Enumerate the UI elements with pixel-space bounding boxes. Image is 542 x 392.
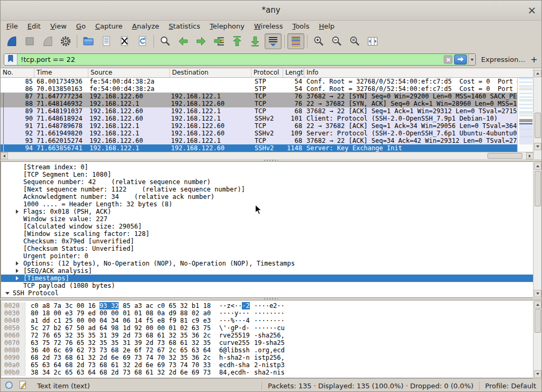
packet-row-86[interactable]: 8670.013850163fe:54:00:d4:38:2aSTP54Conf… [1,85,517,93]
hex-row-0040[interactable]: 0040a1 dd c1 25 00 00 04 3406 14 f5 e8 f… [1,317,534,324]
scroll-down-button[interactable] [534,290,541,297]
go-to-first-packet-button[interactable] [229,33,246,49]
display-filter-field[interactable]: !tcp.port == 22 [4,53,476,66]
detail-line[interactable]: TCP payload (1080 bytes) [1,282,534,289]
add-filter-button[interactable]: + [529,54,539,64]
detail-line[interactable]: Urgent pointer: 0 [1,252,534,260]
column-header-no[interactable]: No. [1,68,34,77]
menu-telephony[interactable]: Telephony [205,22,249,30]
detail-line[interactable]: [Stream index: 0] [1,163,534,171]
menu-edit[interactable]: Edit [23,22,46,30]
hex-row-0030[interactable]: 003080 18 00 e3 79 ed 00 0001 01 08 0a d… [1,309,534,317]
collapsed-arrow-icon[interactable] [16,261,21,266]
detail-line[interactable]: [Timestamps] [1,275,534,282]
save-capture-file-button[interactable] [98,33,115,49]
collapsed-arrow-icon[interactable] [16,269,21,273]
profile-status[interactable]: Profile: Default [485,382,536,390]
scrollbar-thumb[interactable] [535,113,541,138]
display-filter-input[interactable]: !tcp.port == 22 [17,56,444,63]
packet-row-91[interactable]: 9171.648789678192.168.122.1192.168.122.6… [1,122,517,130]
capture-options-button[interactable] [57,33,74,49]
scroll-up-button[interactable] [534,162,541,170]
packet-list-vscrollbar[interactable] [533,68,541,159]
scroll-up-button[interactable] [534,70,541,77]
scroll-right-button[interactable] [526,152,534,159]
open-capture-file-button[interactable] [80,33,97,49]
detail-line[interactable]: 1000 .... = Header Length: 32 bytes (8) [1,200,534,208]
hscrollbar-thumb[interactable] [487,153,522,159]
packet-row-90[interactable]: 9071.648618924192.168.122.60192.168.122.… [1,115,517,122]
packet-row-87[interactable]: 8771.647777234192.168.122.60192.168.122.… [1,93,517,100]
detail-line[interactable]: [SEQ/ACK analysis] [1,267,534,275]
zoom-out-button[interactable] [328,33,345,49]
menu-view[interactable]: View [46,22,71,30]
column-header-protocol[interactable]: Protocol [251,68,283,77]
expert-info-button[interactable] [5,381,13,391]
hex-row-0080[interactable]: 008036 40 6c 69 62 73 73 682e 6f 72 67 2… [1,347,534,354]
title-bar[interactable]: *any × [1,1,541,21]
menu-analyze[interactable]: Analyze [128,22,164,30]
find-packet-button[interactable] [157,33,174,49]
filter-apply-button[interactable] [454,54,467,65]
menu-file[interactable]: File [2,22,23,30]
packet-list-hscrollbar[interactable] [1,152,534,159]
scrollbar-thumb[interactable] [535,171,541,206]
hex-row-00a0[interactable]: 00a065 63 64 68 2d 73 68 6132 2d 6e 69 7… [1,361,534,369]
packet-bytes-pane[interactable]: 0020c0 a8 7a 3c 00 16 93 3285 a3 ac c0 6… [1,300,542,378]
colorize-toggle-button[interactable] [287,33,304,49]
packet-row-93[interactable]: 9371.662015274192.168.122.60192.168.122.… [1,137,517,144]
menu-help[interactable]: Help [314,22,339,30]
hex-row-0050[interactable]: 00505c 27 b2 67 50 ad 64 981d 92 00 00 0… [1,324,534,332]
scrollbar-thumb[interactable] [535,309,541,333]
expanded-arrow-icon[interactable] [5,292,10,297]
go-to-last-packet-button[interactable] [247,33,264,49]
go-forward-button[interactable] [193,33,210,49]
hex-row-0060[interactable]: 006072 76 65 32 35 35 31 392d 73 68 61 3… [1,332,534,339]
detail-line[interactable]: Sequence number: 42 (relative sequence n… [1,178,534,186]
detail-line[interactable]: Window size value: 227 [1,215,534,223]
hex-row-0090[interactable]: 009068 2d 73 68 61 32 2d 6e69 73 74 70 3… [1,354,534,361]
scroll-left-button[interactable] [1,152,8,159]
menu-capture[interactable]: Capture [91,22,128,30]
hex-row-0070[interactable]: 007063 75 72 76 65 32 35 3531 39 2d 73 6… [1,339,534,347]
menu-statistics[interactable]: Statistics [164,22,205,30]
details-vscrollbar[interactable] [533,162,541,298]
filter-clear-button[interactable] [444,55,453,64]
intelligent-scrollbar-minimap[interactable] [517,78,534,152]
go-back-button[interactable] [175,33,192,49]
reload-capture-file-button[interactable] [134,33,151,49]
detail-line[interactable]: Checksum: 0x79ed [unverified] [1,238,534,245]
detail-line[interactable]: [Checksum Status: Unverified] [1,245,534,252]
auto-scroll-toggle-button[interactable] [265,33,282,49]
column-header-source[interactable]: Source [88,68,170,77]
packet-row-85[interactable]: 8568.001734936fe:54:00:d4:38:2aSTP54Conf… [1,78,517,85]
detail-line[interactable]: [Window size scaling factor: 128] [1,230,534,238]
detail-line[interactable]: [TCP Segment Len: 1080] [1,171,534,178]
detail-line[interactable]: [Calculated window size: 29056] [1,223,534,230]
zoom-reset-button[interactable] [346,33,363,49]
packet-details-pane[interactable]: [Stream index: 0][TCP Segment Len: 1080]… [1,161,542,298]
column-header-length[interactable]: Length [283,68,304,77]
detail-line[interactable]: SSH Protocol [1,289,534,297]
hex-row-0020[interactable]: 0020c0 a8 7a 3c 00 16 93 3285 a3 ac c0 6… [1,302,534,309]
hex-vscrollbar[interactable] [533,301,541,378]
detail-line[interactable]: [Next sequence number: 1122 (relative se… [1,186,534,193]
go-to-packet-button[interactable] [211,33,228,49]
packet-row-88[interactable]: 8871.648146932192.168.122.1192.168.122.6… [1,100,517,107]
restart-capture-button[interactable] [39,33,56,49]
filter-bookmark-button[interactable] [4,54,17,65]
zoom-in-button[interactable] [310,33,327,49]
column-header-time[interactable]: Time [34,68,88,77]
menu-wireless[interactable]: Wireless [249,22,287,30]
start-capture-button[interactable] [3,33,20,49]
column-header-info[interactable]: Info [304,68,534,77]
expression-button[interactable]: Expression… [481,55,526,63]
stop-capture-button[interactable] [21,33,38,49]
hex-row-00b0[interactable]: 00b038 34 2c 65 63 64 68 2d73 68 61 32 2… [1,369,534,376]
detail-line[interactable]: Acknowledgment number: 34 (relative ack … [1,193,534,200]
close-capture-file-button[interactable] [116,33,133,49]
menu-go[interactable]: Go [71,22,91,30]
collapsed-arrow-icon[interactable] [16,209,21,214]
menu-tools[interactable]: Tools [287,22,314,30]
packet-row-92[interactable]: 9271.661949820192.168.122.1192.168.122.6… [1,130,517,137]
